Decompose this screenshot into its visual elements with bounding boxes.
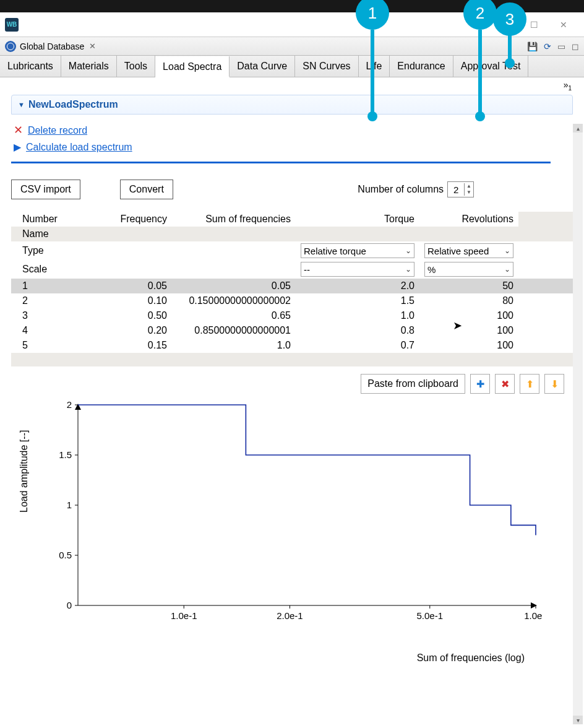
col-revolutions: Revolutions: [419, 212, 518, 227]
globe-icon: [5, 41, 16, 52]
number-of-columns-spinner[interactable]: ▲▼: [447, 181, 474, 197]
chart-y-axis-label: Load amplitude [--]: [19, 430, 30, 513]
restore-pane-icon[interactable]: ◻: [572, 41, 579, 51]
annotation-3: 3: [493, 2, 526, 36]
annotation-3-ball: [505, 58, 515, 68]
row-name-label: Name: [11, 227, 67, 241]
refresh-icon[interactable]: ⟳: [544, 41, 551, 51]
csv-import-button[interactable]: CSV import: [11, 180, 80, 199]
svg-text:2: 2: [67, 401, 72, 410]
load-spectrum-table: Number Frequency Sum of frequencies Torq…: [11, 212, 573, 366]
annotation-2-line: [478, 30, 482, 113]
torque-scale-select[interactable]: --⌄: [301, 262, 414, 277]
chevron-down-icon: ⌄: [405, 265, 411, 274]
save-icon[interactable]: 💾: [527, 41, 538, 51]
col-frequency: Frequency: [67, 212, 172, 227]
scroll-down-icon[interactable]: ▾: [573, 716, 583, 724]
chart-x-axis-label: Sum of frequencies (log): [417, 652, 525, 664]
svg-text:1.0e-1: 1.0e-1: [171, 610, 197, 621]
calculate-play-icon: ▶: [14, 142, 21, 152]
tab-header-bar: Global Database ✕ 💾 ⟳ ▭ ◻: [0, 37, 584, 56]
blue-divider: [11, 162, 551, 163]
row-type-label: Type: [11, 241, 67, 260]
chevron-down-icon: ⌄: [405, 246, 411, 255]
delete-x-icon: ✕: [14, 124, 23, 136]
chevron-down-icon: ⌄: [504, 265, 510, 274]
table-row[interactable]: 30.500.651.0100: [11, 308, 573, 323]
scroll-up-icon[interactable]: ▴: [573, 124, 583, 132]
svg-text:5.0e-1: 5.0e-1: [417, 610, 444, 621]
vertical-scrollbar[interactable]: ▴ ▾: [573, 124, 583, 724]
annotation-2-ball: [475, 111, 485, 121]
table-row[interactable]: 20.100.150000000000000021.580: [11, 293, 573, 308]
col-torque: Torque: [296, 212, 419, 227]
col-number: Number: [11, 212, 67, 227]
spinner-up-icon[interactable]: ▲: [465, 183, 473, 189]
panel-title: NewLoadSpectrum: [28, 99, 118, 110]
revolutions-scale-select[interactable]: %⌄: [424, 262, 513, 277]
tab-data-curve[interactable]: Data Curve: [230, 56, 295, 77]
annotation-3-line: [508, 35, 512, 59]
move-up-button[interactable]: ⬆: [520, 374, 539, 394]
move-down-button[interactable]: ⬇: [544, 374, 564, 394]
tab-approval-test[interactable]: Approval Test: [453, 56, 529, 77]
panel-header[interactable]: ▼ NewLoadSpectrum: [11, 95, 573, 115]
tab-tools[interactable]: Tools: [117, 56, 155, 77]
svg-text:1.0e0: 1.0e0: [524, 610, 542, 621]
chart-svg: 00.511.521.0e-12.0e-15.0e-11.0e0: [53, 401, 542, 636]
tab-strip: LubricantsMaterialsToolsLoad SpectraData…: [0, 56, 584, 77]
col-sum: Sum of frequencies: [172, 212, 296, 227]
tab-materials[interactable]: Materials: [61, 56, 117, 77]
tab-load-spectra[interactable]: Load Spectra: [155, 56, 230, 77]
svg-text:0.5: 0.5: [59, 550, 72, 560]
spinner-down-icon[interactable]: ▼: [465, 189, 473, 196]
add-row-button[interactable]: ✚: [470, 374, 490, 394]
delete-row-button[interactable]: ✖: [495, 374, 515, 394]
table-row[interactable]: 40.200.85000000000000010.8100: [11, 323, 573, 338]
load-amplitude-chart: Load amplitude [--] 00.511.521.0e-12.0e-…: [24, 401, 549, 661]
table-row[interactable]: 50.151.00.7100: [11, 338, 573, 353]
svg-text:1.5: 1.5: [59, 449, 72, 460]
app-icon: WB: [5, 18, 19, 32]
overflow-indicator[interactable]: »1: [0, 77, 584, 89]
svg-text:2.0e-1: 2.0e-1: [277, 610, 303, 621]
convert-button[interactable]: Convert: [120, 180, 173, 199]
minimize-pane-icon[interactable]: ▭: [557, 41, 565, 51]
chevron-down-icon: ⌄: [504, 246, 510, 255]
svg-text:0: 0: [67, 600, 72, 610]
row-scale-label: Scale: [11, 260, 67, 279]
torque-type-select[interactable]: Relative torque⌄: [301, 243, 414, 258]
mouse-cursor-icon: ➤: [453, 319, 462, 332]
svg-text:1: 1: [67, 500, 72, 510]
tab-lubricants[interactable]: Lubricants: [0, 56, 61, 77]
annotation-1-line: [371, 30, 374, 113]
revolutions-type-select[interactable]: Relative speed⌄: [424, 243, 513, 258]
maximize-button[interactable]: ☐: [528, 19, 539, 30]
annotation-1-ball: [367, 111, 377, 121]
paste-from-clipboard-button[interactable]: Paste from clipboard: [361, 374, 465, 394]
tab-endurance[interactable]: Endurance: [390, 56, 453, 77]
close-window-button[interactable]: ✕: [558, 19, 569, 30]
number-of-columns-label: Number of columns: [358, 184, 444, 195]
close-tab-icon[interactable]: ✕: [89, 41, 96, 51]
number-of-columns-input[interactable]: [448, 184, 464, 195]
delete-record-link[interactable]: Delete record: [28, 125, 87, 136]
table-row[interactable]: 10.050.052.050: [11, 279, 573, 293]
tab-sn-curves[interactable]: SN Curves: [295, 56, 358, 77]
collapse-caret-icon: ▼: [18, 101, 25, 108]
calculate-link[interactable]: Calculate load spectrum: [26, 142, 132, 153]
header-title: Global Database: [20, 41, 84, 51]
